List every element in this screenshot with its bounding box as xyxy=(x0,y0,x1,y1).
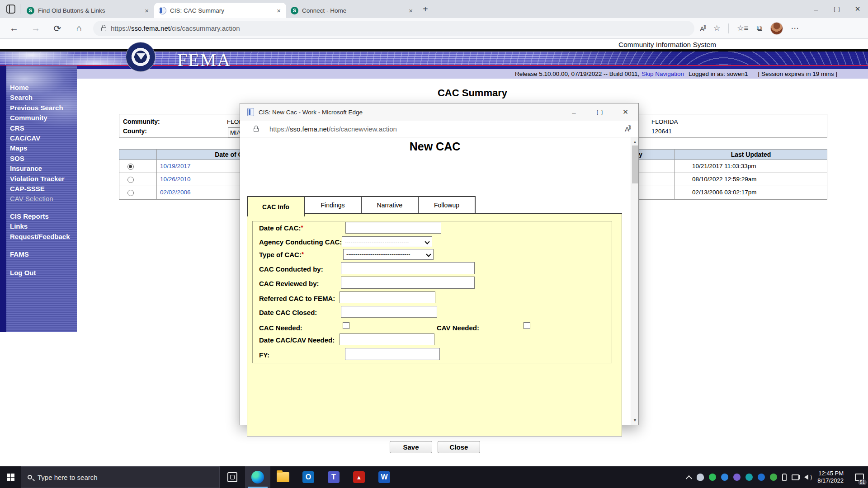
sidebar-item-home[interactable]: Home xyxy=(10,83,77,93)
sidebar-item-request-feedback[interactable]: Request/Feedback xyxy=(10,232,77,242)
sidebar-item-violation-tracker[interactable]: Violation Tracker xyxy=(10,174,77,184)
tab-followup[interactable]: Followup xyxy=(418,196,476,214)
sidebar-item-cav-selection[interactable]: CAV Selection xyxy=(10,194,77,204)
read-aloud-icon[interactable]: A))) xyxy=(625,125,630,133)
cav-needed-checkbox[interactable] xyxy=(524,322,530,329)
collections-icon[interactable]: ⧉ xyxy=(756,24,762,33)
cac-date-link[interactable]: 10/26/2010 xyxy=(160,176,191,183)
date-closed-input[interactable] xyxy=(341,306,437,318)
address-bar[interactable]: https://sso.fema.net/cis/cacsummary.acti… xyxy=(93,21,694,36)
scroll-up-icon[interactable]: ▲ xyxy=(631,138,639,145)
sidebar-item-links[interactable]: Links xyxy=(10,221,77,231)
system-title: Community Information System xyxy=(618,41,716,49)
reviewed-by-input[interactable] xyxy=(341,277,475,289)
outlook-icon: O xyxy=(302,471,314,483)
sidebar-item-previous-search[interactable]: Previous Search xyxy=(10,103,77,113)
close-icon[interactable]: × xyxy=(407,7,415,14)
radio-button[interactable] xyxy=(127,164,134,170)
referred-label: Referred CAC to FEMA: xyxy=(259,295,335,302)
date-of-cac-input[interactable] xyxy=(345,222,441,234)
scroll-down-icon[interactable]: ▼ xyxy=(631,417,639,424)
save-button[interactable]: Save xyxy=(390,441,432,453)
taskbar-word[interactable]: W xyxy=(372,466,397,488)
profile-avatar[interactable] xyxy=(770,22,783,35)
tab-narrative[interactable]: Narrative xyxy=(361,196,419,214)
sidebar-item-cac-cav[interactable]: CAC/CAV xyxy=(10,133,77,143)
sidebar-item-insurance[interactable]: Insurance xyxy=(10,164,77,174)
type-select[interactable]: ---------------------------------- xyxy=(343,249,434,260)
taskbar-clock[interactable]: 12:45 PM 8/17/2022 xyxy=(817,470,844,484)
task-view-button[interactable] xyxy=(220,466,245,488)
your-phone-icon[interactable] xyxy=(782,474,787,481)
forward-icon[interactable]: → xyxy=(28,21,43,36)
home-icon[interactable]: ⌂ xyxy=(71,21,87,36)
close-icon[interactable]: ✕ xyxy=(613,103,638,121)
notification-center-button[interactable]: 51 xyxy=(851,466,868,488)
scrollbar[interactable]: ▲ ▼ xyxy=(631,137,638,425)
tray-app-icon[interactable] xyxy=(745,474,753,481)
popup-title-bar[interactable]: CIS: New Cac - Work - Microsoft Edge – ▢… xyxy=(240,103,638,121)
referred-input[interactable] xyxy=(340,291,435,303)
tab-findings[interactable]: Findings xyxy=(304,196,362,214)
tab-find-old-buttons[interactable]: S Find Old Buttons & Links × xyxy=(22,3,154,18)
tab-workspaces-icon[interactable] xyxy=(6,5,15,14)
bluetooth-icon[interactable] xyxy=(721,474,728,481)
radio-button[interactable] xyxy=(127,190,134,196)
sidebar-item-maps[interactable]: Maps xyxy=(10,143,77,153)
taskbar-edge[interactable] xyxy=(245,466,270,488)
tray-app-icon[interactable] xyxy=(770,474,777,481)
sidebar-item-search[interactable]: Search xyxy=(10,93,77,103)
radio-button[interactable] xyxy=(127,177,134,183)
agency-select[interactable]: ---------------------------------- xyxy=(342,236,432,247)
taskbar-outlook[interactable]: O xyxy=(296,466,321,488)
taskbar-teams[interactable]: T xyxy=(321,466,346,488)
refresh-icon[interactable]: ⟳ xyxy=(50,21,65,36)
close-icon[interactable]: × xyxy=(275,7,283,14)
url-text[interactable]: https://sso.fema.net/cis/cacsummary.acti… xyxy=(111,24,240,32)
speaker-icon[interactable] xyxy=(804,474,808,480)
sidebar-item-fams[interactable]: FAMS xyxy=(10,249,77,259)
sidebar-item-cis-reports[interactable]: CIS Reports xyxy=(10,211,77,221)
speaker-wave-icon: ) xyxy=(810,474,812,480)
favorite-add-icon[interactable]: ☆ xyxy=(713,23,720,33)
tray-app-icon[interactable] xyxy=(733,474,741,481)
sidebar-item-log-out[interactable]: Log Out xyxy=(10,268,77,278)
tray-app-icon[interactable] xyxy=(758,474,765,481)
start-button[interactable] xyxy=(0,466,21,488)
taskbar-acrobat[interactable]: ▲ xyxy=(346,466,372,488)
sidebar-item-sos[interactable]: SOS xyxy=(10,154,77,164)
tray-status-icon[interactable] xyxy=(709,474,716,481)
skip-navigation-link[interactable]: Skip Navigation xyxy=(642,70,684,77)
taskbar-file-explorer[interactable] xyxy=(270,466,296,488)
chevron-down-icon xyxy=(426,252,431,257)
sidebar-item-community[interactable]: Community xyxy=(10,113,77,123)
close-icon[interactable]: × xyxy=(143,7,151,14)
read-aloud-icon[interactable]: A))) xyxy=(700,24,705,33)
minimize-icon[interactable]: – xyxy=(561,103,587,121)
fy-input[interactable] xyxy=(345,348,440,360)
more-menu-icon[interactable]: ⋯ xyxy=(791,23,799,33)
close-button[interactable]: Close xyxy=(438,441,480,453)
favorites-bar-icon[interactable]: ☆≡ xyxy=(737,23,748,33)
close-icon[interactable]: ✕ xyxy=(847,0,868,18)
screen: S Find Old Buttons & Links × CIS: CAC Su… xyxy=(0,0,868,488)
tab-connect-home[interactable]: S Connect - Home × xyxy=(286,3,418,18)
tab-cis-cac-summary[interactable]: CIS: CAC Summary × xyxy=(154,3,286,18)
hidden-icons-chevron-icon[interactable] xyxy=(686,475,692,482)
maximize-icon[interactable]: ▢ xyxy=(826,0,847,18)
date-needed-input[interactable] xyxy=(340,333,434,345)
onedrive-icon[interactable] xyxy=(697,474,704,481)
conducted-by-input[interactable] xyxy=(341,262,475,274)
tab-cac-info[interactable]: CAC Info xyxy=(247,196,305,216)
cac-date-link[interactable]: 10/19/2017 xyxy=(160,163,191,169)
sidebar-item-cap-ssse[interactable]: CAP-SSSE xyxy=(10,184,77,194)
minimize-icon[interactable]: – xyxy=(806,0,826,18)
scrollbar-thumb[interactable] xyxy=(632,145,638,183)
taskbar-search-box[interactable]: Type here to search xyxy=(21,466,220,488)
maximize-icon[interactable]: ▢ xyxy=(587,103,613,121)
sidebar-item-crs[interactable]: CRS xyxy=(10,123,77,133)
cac-needed-checkbox[interactable] xyxy=(343,322,349,329)
new-tab-button[interactable]: + xyxy=(423,4,428,14)
back-icon[interactable]: ← xyxy=(6,21,22,36)
cac-date-link[interactable]: 02/02/2006 xyxy=(160,189,191,196)
